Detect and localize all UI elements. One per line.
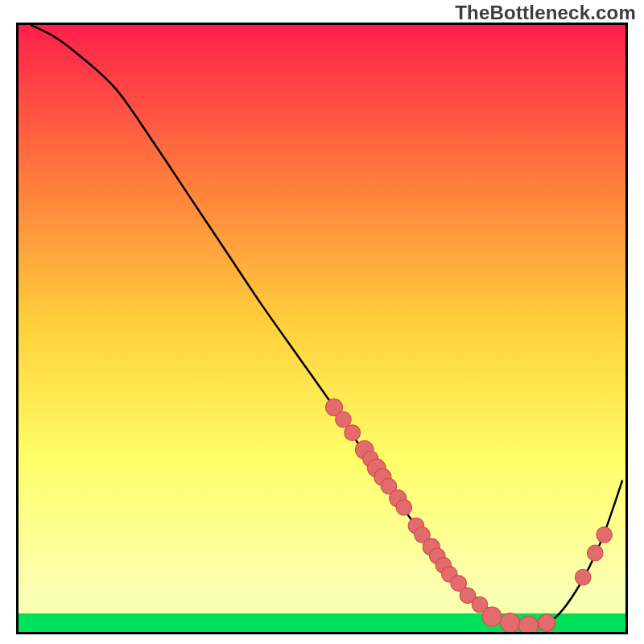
chart-marker — [518, 616, 538, 632]
chart-marker — [482, 607, 502, 626]
chart-marker — [538, 614, 555, 631]
chart-marker — [396, 500, 412, 516]
chart-marker — [501, 613, 520, 632]
chart-marker — [336, 411, 352, 427]
chart-plot-area — [16, 23, 628, 634]
chart-markers — [326, 398, 613, 632]
watermark-text: TheBottleneck.com — [455, 2, 636, 24]
chart-marker — [345, 425, 361, 441]
bottleneck-curve — [31, 25, 622, 625]
chart-marker — [587, 545, 603, 561]
chart-marker — [575, 569, 591, 585]
chart-curve-layer — [19, 25, 625, 632]
chart-marker — [597, 527, 613, 543]
